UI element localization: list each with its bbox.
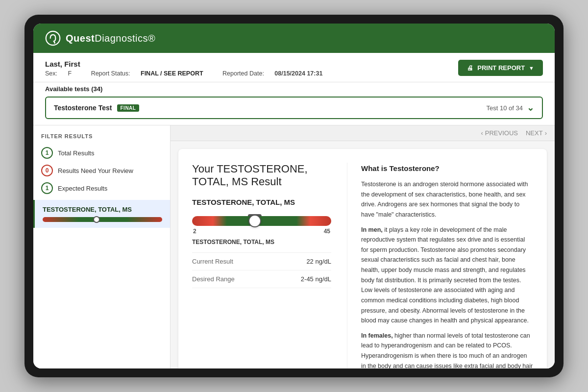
print-report-button[interactable]: 🖨 PRINT REPORT ▼ [458, 60, 543, 76]
sex-field: Sex: F [45, 70, 82, 77]
result-right-panel: What is Testosterone? Testosterone is an… [347, 163, 533, 368]
info-para-3: In females, higher than normal levels of… [361, 331, 533, 368]
range-bar-wrapper: 22 2 45 [192, 216, 331, 235]
range-bar [192, 216, 331, 226]
selected-test-name: Testosterone Test [54, 104, 112, 112]
device-frame: QuestDiagnostics® Last, First Sex: F Rep… [24, 15, 564, 377]
quest-logo-icon [45, 30, 61, 46]
test-selector-dropdown[interactable]: Testosterone Test FINAL Test 10 of 34 ⌄ [45, 97, 543, 119]
range-min-label: 2 [193, 228, 196, 235]
previous-button[interactable]: ‹ PREVIOUS [481, 129, 518, 137]
available-tests-section: Available tests (34) Testosterone Test F… [33, 82, 555, 125]
logo-text: QuestDiagnostics® [66, 33, 155, 44]
desired-range-row: Desired Range 2-45 ng/dL [192, 270, 331, 288]
test-name-bar: TESTOSTERONE, TOTAL, MS [192, 239, 331, 245]
info-para-2: In men, it plays a key role in developme… [361, 225, 533, 326]
patient-meta: Sex: F Report Status: FINAL / SEE REPORT… [45, 70, 331, 77]
final-badge: FINAL [117, 104, 140, 112]
expected-label: Expected Results [58, 185, 107, 192]
info-para-1: Testosterone is an androgen steroid horm… [361, 179, 533, 220]
available-tests-label: Available tests (34) [45, 85, 543, 93]
next-button[interactable]: NEXT › [526, 129, 547, 137]
range-labels: 2 45 [192, 228, 331, 235]
logo-area: QuestDiagnostics® [45, 30, 155, 46]
svg-point-0 [46, 31, 60, 45]
patient-info: Last, First Sex: F Report Status: FINAL … [45, 60, 331, 77]
patient-name: Last, First [45, 60, 331, 68]
svg-point-1 [54, 42, 55, 44]
range-indicator [248, 215, 261, 227]
desired-range-label: Desired Range [192, 275, 235, 283]
sidebar-gauge [43, 217, 162, 222]
total-results-label: Total Results [58, 149, 94, 157]
result-title: Your TESTOSTERONE, TOTAL, MS Result [192, 163, 331, 188]
review-label: Results Need Your Review [58, 167, 133, 174]
expected-count: 1 [41, 182, 53, 194]
sidebar-gauge-indicator [93, 216, 100, 223]
patient-bar: Last, First Sex: F Report Status: FINAL … [33, 53, 555, 82]
result-table: Current Result 22 ng/dL Desired Range 2-… [192, 252, 331, 288]
review-count: 0 [41, 165, 53, 176]
chevron-right-icon: › [545, 129, 547, 137]
result-test-name: TESTOSTERONE, TOTAL, MS [192, 198, 331, 206]
reported-date-field: Reported Date: 08/15/2024 17:31 [222, 70, 322, 77]
app-header: QuestDiagnostics® [33, 24, 555, 53]
filter-review-results[interactable]: 0 Results Need Your Review [33, 162, 170, 179]
sidebar-gauge-bar [43, 217, 162, 222]
filter-expected-results[interactable]: 1 Expected Results [33, 179, 170, 197]
desired-range-value: 2-45 ng/dL [301, 275, 331, 283]
filter-total-results[interactable]: 1 Total Results [33, 144, 170, 162]
sidebar-test-name: TESTOSTERONE, TOTAL, MS [43, 206, 162, 213]
range-max-label: 45 [324, 228, 330, 235]
chevron-down-icon: ⌄ [527, 102, 534, 113]
test-selector-left: Testosterone Test FINAL [54, 104, 139, 112]
report-status-field: Report Status: FINAL / SEE REPORT [91, 70, 214, 77]
main-content: FILTER RESULTS 1 Total Results 0 Results… [33, 125, 555, 368]
sidebar: FILTER RESULTS 1 Total Results 0 Results… [33, 125, 171, 368]
test-selector-info: Test 10 of 34 [487, 104, 523, 112]
filter-results-label: FILTER RESULTS [33, 133, 170, 144]
result-nav-bar: ‹ PREVIOUS NEXT › [171, 125, 555, 141]
result-area: ‹ PREVIOUS NEXT › Your TESTOSTERONE, TOT… [171, 125, 555, 368]
result-card: Your TESTOSTERONE, TOTAL, MS Result TEST… [178, 149, 547, 368]
chevron-left-icon: ‹ [481, 129, 483, 137]
current-result-label: Current Result [192, 258, 233, 265]
printer-icon: 🖨 [467, 64, 473, 72]
screen: QuestDiagnostics® Last, First Sex: F Rep… [33, 24, 555, 368]
info-title: What is Testosterone? [361, 163, 533, 174]
test-selector-right: Test 10 of 34 ⌄ [487, 102, 534, 113]
current-result-value: 22 ng/dL [306, 258, 331, 265]
total-results-count: 1 [41, 147, 53, 159]
current-result-row: Current Result 22 ng/dL [192, 253, 331, 270]
sidebar-test-item[interactable]: TESTOSTERONE, TOTAL, MS [33, 200, 170, 228]
result-left-panel: Your TESTOSTERONE, TOTAL, MS Result TEST… [192, 163, 331, 368]
chevron-down-icon: ▼ [529, 65, 534, 71]
